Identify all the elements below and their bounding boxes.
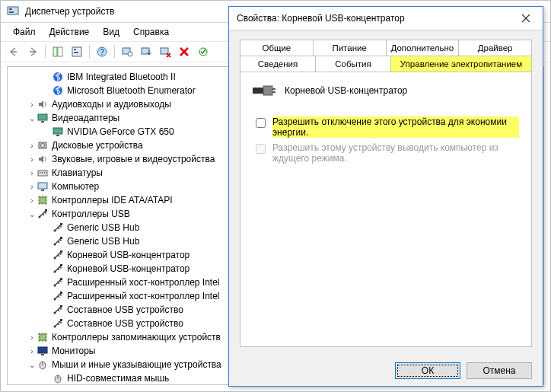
svg-rect-35 bbox=[60, 237, 62, 239]
computer-icon bbox=[37, 180, 49, 193]
properties-dialog: Свойства: Корневой USB-концентратор Общи… bbox=[228, 6, 543, 387]
tab-control: Общие Питание Дополнительно Драйвер Свед… bbox=[240, 40, 532, 347]
dialog-titlebar[interactable]: Свойства: Корневой USB-концентратор bbox=[229, 7, 543, 30]
collapse-icon[interactable]: ⌄ bbox=[27, 361, 37, 369]
keyboard-icon bbox=[37, 167, 49, 179]
svg-text:?: ? bbox=[100, 48, 104, 56]
menu-action[interactable]: Действие bbox=[43, 24, 96, 40]
dialog-button-row: ОК Отмена bbox=[229, 355, 543, 390]
toolbar-separator bbox=[89, 45, 90, 59]
tab-details[interactable]: Сведения bbox=[240, 56, 316, 72]
svg-rect-0 bbox=[8, 7, 18, 14]
usb-plug-icon bbox=[52, 304, 64, 316]
svg-rect-20 bbox=[56, 135, 59, 136]
usb-plug-icon bbox=[253, 83, 277, 98]
mouse-icon bbox=[52, 372, 64, 384]
cancel-button[interactable]: Отмена bbox=[467, 362, 532, 379]
device-name: Корневой USB-концентратор bbox=[285, 85, 407, 96]
svg-rect-6 bbox=[74, 49, 76, 50]
expand-icon[interactable]: › bbox=[27, 142, 37, 150]
tab-general[interactable]: Общие bbox=[240, 40, 314, 56]
svg-rect-48 bbox=[40, 334, 46, 340]
expand-icon[interactable]: › bbox=[27, 347, 37, 355]
expand-icon[interactable]: › bbox=[27, 183, 37, 191]
svg-rect-2 bbox=[9, 11, 14, 13]
svg-rect-17 bbox=[38, 114, 47, 120]
scan-hardware-icon[interactable] bbox=[119, 43, 135, 60]
tree-item-label: Корневой USB-концентратор bbox=[66, 263, 190, 274]
monitor-card-icon bbox=[37, 112, 49, 124]
tree-item-label: Звуковые, игровые и видеоустройства bbox=[51, 154, 215, 164]
enable-device-icon[interactable] bbox=[195, 43, 212, 60]
svg-rect-50 bbox=[41, 354, 44, 355]
svg-rect-57 bbox=[272, 88, 276, 90]
tree-item-label: Составное USB устройство bbox=[66, 318, 183, 329]
svg-point-11 bbox=[128, 52, 132, 56]
menu-file[interactable]: Файл bbox=[7, 24, 42, 40]
svg-rect-29 bbox=[40, 197, 46, 203]
tree-item-label: Generic USB Hub bbox=[66, 236, 139, 247]
tab-driver[interactable]: Драйвер bbox=[459, 40, 531, 56]
svg-rect-24 bbox=[40, 172, 41, 174]
allow-wake-checkbox bbox=[256, 144, 266, 154]
allow-turn-off-label[interactable]: Разрешить отключение этого устройства дл… bbox=[272, 116, 519, 138]
update-driver-icon[interactable] bbox=[138, 43, 154, 60]
expand-icon[interactable]: › bbox=[27, 169, 37, 177]
mouse-icon bbox=[37, 359, 49, 371]
svg-rect-3 bbox=[53, 47, 57, 56]
window-title: Диспетчер устройств bbox=[25, 6, 114, 17]
dialog-body: Общие Питание Дополнительно Драйвер Свед… bbox=[229, 30, 543, 355]
tree-item-label: Контроллеры запоминающих устройств bbox=[51, 332, 221, 343]
ok-button[interactable]: ОК bbox=[395, 362, 460, 379]
speaker-icon bbox=[37, 98, 49, 110]
app-icon bbox=[7, 5, 19, 18]
help-icon[interactable]: ? bbox=[94, 43, 110, 60]
allow-turn-off-checkbox[interactable] bbox=[256, 118, 266, 128]
expand-icon[interactable]: › bbox=[27, 333, 37, 342]
expand-icon[interactable]: › bbox=[27, 100, 37, 109]
close-button[interactable] bbox=[509, 7, 543, 30]
bluetooth-icon bbox=[52, 84, 64, 97]
disable-device-icon[interactable] bbox=[176, 43, 193, 60]
svg-rect-43 bbox=[60, 292, 62, 294]
expand-icon[interactable]: › bbox=[27, 196, 37, 205]
svg-rect-19 bbox=[53, 128, 62, 134]
tree-item-label: Клавиатуры bbox=[51, 167, 103, 178]
menu-view[interactable]: Вид bbox=[97, 24, 126, 40]
show-hidden-icon[interactable] bbox=[49, 43, 66, 60]
properties-icon[interactable] bbox=[68, 43, 85, 60]
tree-item-label: Дисковые устройства bbox=[51, 140, 143, 151]
usb-plug-icon bbox=[52, 263, 64, 275]
uninstall-icon[interactable] bbox=[157, 43, 174, 60]
usb-plug-icon bbox=[37, 208, 49, 220]
tab-advanced[interactable]: Дополнительно bbox=[387, 40, 460, 56]
tree-item-label: Аудиовходы и аудиовыходы bbox=[51, 99, 171, 110]
usb-plug-icon bbox=[52, 221, 64, 234]
tab-power-management[interactable]: Управление электропитанием bbox=[391, 56, 531, 72]
collapse-icon[interactable]: ⌄ bbox=[27, 114, 37, 123]
collapse-icon[interactable]: ⌄ bbox=[27, 210, 37, 218]
tree-item-label: NVIDIA GeForce GTX 650 bbox=[66, 126, 174, 137]
speaker-icon bbox=[37, 153, 49, 165]
expand-icon[interactable]: › bbox=[27, 155, 37, 164]
tree-item-label: Компьютер bbox=[51, 181, 99, 192]
usb-plug-icon bbox=[52, 317, 64, 330]
tree-item-label: Корневой USB-концентратор bbox=[66, 250, 190, 260]
nav-forward-icon[interactable] bbox=[24, 43, 41, 60]
menu-help[interactable]: Справка bbox=[127, 24, 175, 40]
svg-rect-47 bbox=[60, 319, 62, 321]
usb-plug-icon bbox=[52, 235, 64, 247]
usb-plug-icon bbox=[52, 290, 64, 302]
svg-rect-28 bbox=[41, 190, 44, 191]
usb-plug-icon bbox=[52, 276, 64, 288]
svg-rect-39 bbox=[60, 264, 62, 266]
svg-rect-37 bbox=[60, 250, 62, 253]
tree-item-label: Контроллеры IDE ATA/ATAPI bbox=[51, 195, 173, 206]
tab-events[interactable]: События bbox=[316, 56, 391, 72]
nav-back-icon[interactable] bbox=[5, 43, 22, 60]
tree-item-label: Расширенный хост-контроллер Intel bbox=[66, 277, 220, 288]
tree-item-label: Составное USB устройство bbox=[66, 304, 183, 315]
chip-icon bbox=[37, 331, 49, 343]
tree-item-label: Generic USB Hub bbox=[66, 222, 139, 233]
tab-power[interactable]: Питание bbox=[314, 40, 387, 56]
